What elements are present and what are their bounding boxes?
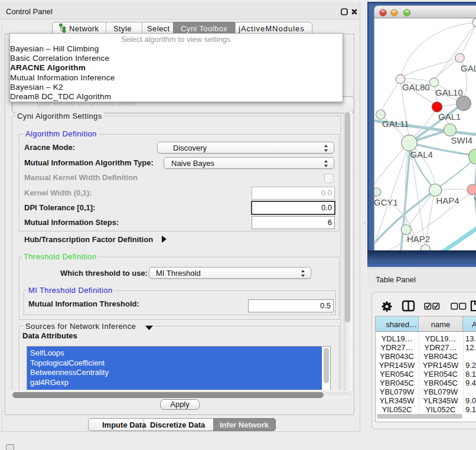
svg-text:GAL10: GAL10 [435,87,463,97]
svg-text:HAP2: HAP2 [407,234,430,244]
svg-text:GAL7: GAL7 [461,63,476,73]
svg-text:GCY1: GCY1 [374,197,398,207]
svg-text:SWI4: SWI4 [451,135,473,145]
svg-text:GAL1: GAL1 [438,112,461,122]
svg-text:YMR0: YMR0 [474,195,476,205]
svg-text:GAL80: GAL80 [402,82,430,92]
svg-text:HAP4: HAP4 [436,195,459,206]
svg-text:GAL4: GAL4 [410,149,433,159]
svg-text:GAL11: GAL11 [382,119,409,129]
